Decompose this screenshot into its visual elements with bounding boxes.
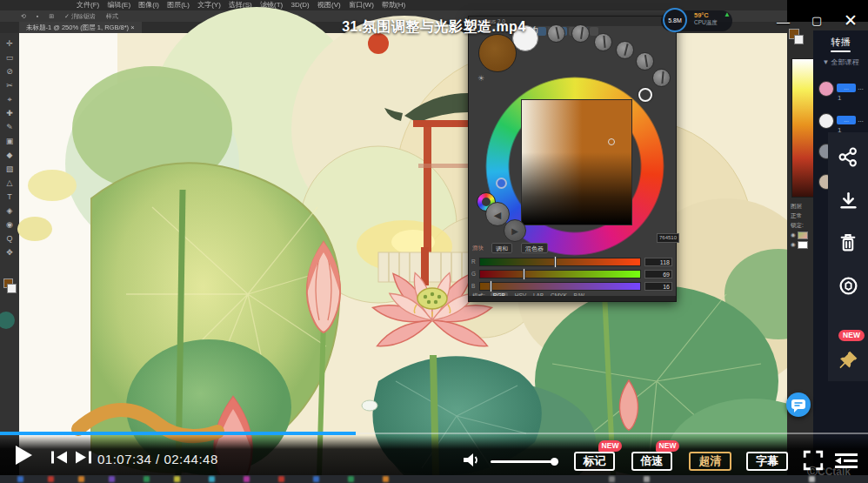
adjust-knob: [652, 69, 671, 87]
ps-menu-item: 帮助(H): [382, 1, 405, 9]
taskbar-app-icon: [644, 476, 650, 482]
taskbar-app-icon: [144, 476, 150, 482]
new-badge: NEW: [598, 440, 622, 452]
color-ramp: [791, 58, 814, 198]
rgb-slider-row: G 69: [469, 270, 676, 279]
adjust-knob: [616, 41, 634, 59]
taskbar-app-icon: [78, 476, 84, 482]
pin-button[interactable]: [828, 339, 868, 381]
previous-button[interactable]: [49, 450, 70, 465]
ps-tool-icon: ✥: [0, 245, 19, 259]
color-picker-panel: Coolorus 2.0 S ↰ ☀ ◀ ▶ 764510: [468, 16, 677, 302]
time-display: 01:07:34 / 02:44:48: [97, 452, 218, 466]
subtitle-button[interactable]: 字幕: [746, 452, 788, 471]
ps-tool-icon: ◈: [0, 204, 19, 218]
cpu-temp-label: CPU温度: [694, 19, 718, 27]
ps-menu-item: 窗口(W): [349, 1, 374, 9]
download-button[interactable]: [828, 179, 868, 221]
ps-menu-item: 3D(D): [290, 1, 309, 9]
download-icon: [838, 191, 858, 211]
hex-value-label: 764510: [657, 233, 679, 243]
ps-tool-icon: ✎: [0, 120, 19, 134]
ps-menu-item: 文字(Y): [197, 1, 221, 9]
action-icon-rail: NEW: [828, 132, 868, 381]
ps-tool-icon: ▭: [0, 50, 19, 64]
ps-tool-palette: ✛ ▭ ⊘ ✂ ⌖ ✚ ✎ ▣ ◆ ▧ △ T ◈ ◉ Q ✥: [0, 33, 19, 475]
ps-menu-item: 编辑(E): [107, 1, 130, 9]
taskbar-app-icon: [278, 476, 284, 482]
trash-icon: [838, 232, 858, 252]
ps-menu-item: 图层(L): [167, 1, 190, 9]
taskbar-app-icon: [174, 476, 180, 482]
ps-tool-icon: Q: [0, 231, 19, 245]
course-name: …: [858, 117, 864, 123]
minimize-button[interactable]: —: [777, 14, 790, 29]
temp-trend-arrow-icon: ▲: [724, 10, 731, 18]
tab-sliders-label: 滑块: [472, 245, 484, 252]
tab-harmony: 调和: [491, 243, 512, 253]
ps-tool-icon: ✚: [0, 106, 19, 120]
brightness-icon: ☀: [477, 74, 484, 83]
share-button[interactable]: [828, 136, 868, 178]
rgb-slider-handle-2: [490, 280, 492, 292]
delete-button[interactable]: [828, 221, 868, 263]
taskbar-app-icon: [609, 476, 615, 482]
speed-button[interactable]: 倍速: [631, 452, 672, 471]
avatar: [818, 81, 834, 97]
play-button[interactable]: [16, 446, 32, 465]
chat-icon: [786, 392, 811, 417]
next-button[interactable]: [73, 450, 94, 465]
close-button[interactable]: ✕: [844, 10, 858, 30]
ps-tool-icon: ⊘: [0, 64, 19, 78]
share-icon: [838, 147, 858, 167]
course-filter[interactable]: ▼ 全部课程: [813, 57, 868, 67]
ps-menu-item: 图像(I): [138, 1, 159, 9]
blue-value: 16: [644, 282, 672, 291]
video-title: 31.氛围调整与光影塑造.mp4: [0, 18, 868, 37]
record-icon: [838, 276, 858, 296]
cpu-temp-value: 59°C: [694, 11, 709, 19]
green-value: 69: [644, 270, 672, 278]
new-badge: NEW: [656, 440, 679, 452]
blue-slider: [479, 282, 641, 291]
ps-tool-icon: ▧: [0, 162, 19, 176]
taskbar-app-icon: [48, 476, 54, 482]
tab-mixer: 混色器: [521, 243, 548, 253]
ps-tool-icon: ▣: [0, 134, 19, 148]
red-slider: [479, 258, 641, 266]
new-badge: NEW: [838, 330, 865, 341]
volume-slider[interactable]: [491, 460, 558, 463]
volume-knob[interactable]: [551, 458, 558, 466]
maximize-button[interactable]: ▢: [811, 14, 822, 27]
course-badge: …: [837, 116, 856, 124]
quality-button[interactable]: 超清: [689, 452, 731, 471]
tab-underline: [831, 50, 851, 52]
chat-bubble-button[interactable]: [786, 392, 811, 417]
course-name: …: [858, 84, 864, 91]
hue-selector-ring: [638, 88, 652, 102]
secondary-hue-marker: [496, 178, 507, 189]
os-taskbar: [0, 475, 868, 483]
panel-footer: [469, 296, 676, 301]
tab-rebroadcast[interactable]: 转播: [813, 36, 868, 49]
video-player: 文件(F) 编辑(E) 图像(I) 图层(L) 文字(Y) 选择(S) 滤镜(T…: [0, 0, 868, 483]
background-color-swatch: [7, 284, 17, 293]
ps-tool-icon: ✛: [0, 37, 19, 50]
red-value: 118: [644, 258, 672, 266]
avatar: [818, 113, 834, 129]
ps-tool-icon: ⌖: [0, 92, 19, 106]
painting-canvas: [117, 33, 790, 475]
taskbar-app-icon: [209, 476, 215, 482]
ps-menu-item: 文件(F): [77, 1, 99, 9]
taskbar-app-icon: [17, 476, 23, 482]
taskbar-app-icon: [313, 476, 319, 482]
taskbar-app-icon: [244, 476, 250, 482]
rgb-slider-handle-1: [523, 268, 525, 280]
next-color-button: ▶: [504, 219, 526, 242]
course-count: 1: [838, 94, 841, 102]
record-button[interactable]: [828, 265, 868, 306]
current-color-swatch: [478, 34, 517, 72]
sv-cursor: [608, 138, 615, 145]
mark-button[interactable]: 标记: [574, 452, 615, 471]
volume-icon[interactable]: [462, 453, 481, 467]
